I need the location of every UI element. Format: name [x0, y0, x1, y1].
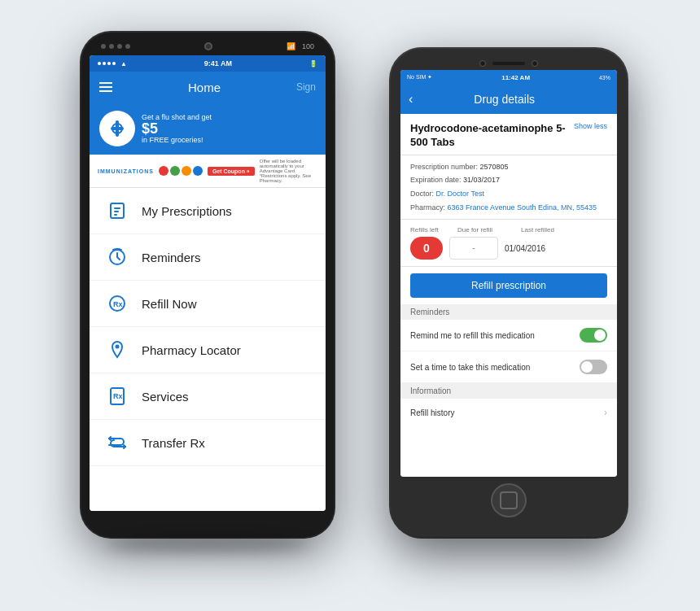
prescription-number-row: Prescription number: 2570805	[410, 162, 607, 172]
refills-count-badge: 0	[410, 237, 443, 260]
information-section-header: Information	[400, 383, 617, 399]
refill-prescription-button[interactable]: Refill prescription	[410, 273, 607, 298]
reminder-item-take: Set a time to take this medication	[400, 351, 617, 383]
wifi-icon: 📶	[287, 42, 295, 50]
reminders-section-header: Reminders	[400, 304, 617, 320]
android-top-hardware: 📶 100	[88, 42, 327, 55]
refill-values: 0 - 01/04/2016	[410, 237, 607, 260]
android-hardware-status: 📶 100	[287, 42, 314, 50]
flu-shot-icon	[99, 111, 135, 146]
promo-logo: IMMUNIZATIONS	[98, 168, 154, 174]
nav-signin: Sign	[296, 81, 316, 93]
expiration-label: Expiration date:	[410, 176, 462, 184]
show-less-link[interactable]: Show less	[574, 122, 607, 130]
android-status-bar: ▲ 9:41 AM 🔋	[90, 55, 326, 72]
menu-label-reminders: Reminders	[142, 251, 201, 264]
doctor-label: Doctor:	[410, 190, 434, 198]
reminder-take-label: Set a time to take this medication	[410, 363, 530, 372]
pharmacy-label: Pharmacy:	[410, 203, 445, 212]
menu-list: My Prescriptions Reminders	[90, 188, 326, 511]
menu-label-prescriptions: My Prescriptions	[142, 204, 232, 218]
coupon-button[interactable]: Get Coupon »	[208, 167, 255, 176]
due-for-refill-value: -	[449, 237, 498, 260]
drug-content: Show less Hydrocodone-acetaminophe 5-500…	[400, 114, 617, 477]
svg-text:Rx: Rx	[113, 392, 123, 400]
menu-item-reminders[interactable]: Reminders	[90, 234, 326, 281]
prescription-number-value: 2570805	[480, 163, 509, 171]
iphone-camera	[479, 60, 486, 67]
promo-disclaimer: Offer will be loaded automatically to yo…	[260, 159, 317, 183]
iphone-screen: No SIM ✦ 11:42 AM 43% ‹ Drug details Sho…	[400, 70, 617, 477]
menu-label-services: Services	[142, 390, 189, 404]
promo-icon-3	[182, 166, 191, 176]
iphone-battery: 43%	[599, 75, 610, 81]
reminder-refill-label: Remind me to refill this medication	[410, 331, 535, 340]
battery-text: 100	[302, 42, 314, 50]
menu-item-prescriptions[interactable]: My Prescriptions	[90, 188, 326, 234]
expiration-value: 31/03/2017	[463, 176, 500, 184]
svg-point-10	[116, 345, 120, 349]
rx-circle-icon: Rx	[106, 292, 129, 315]
banner-line2: $5	[142, 121, 212, 136]
iphone-speaker	[492, 62, 525, 65]
sim-status: No SIM ✦	[407, 74, 432, 81]
signal-dots: ▲	[98, 60, 127, 68]
reminder-refill-toggle[interactable]	[580, 328, 607, 343]
clock-icon	[106, 246, 129, 268]
menu-label-transfer: Transfer Rx	[142, 436, 205, 450]
android-phone: 📶 100 ▲ 9:41 AM 🔋 Home	[81, 33, 334, 537]
prescription-number-label: Prescription number:	[410, 163, 478, 171]
doctor-row: Doctor: Dr. Doctor Test	[410, 189, 607, 199]
menu-item-locator[interactable]: Pharmacy Locator	[90, 327, 326, 373]
iphone-camera-2	[532, 60, 538, 67]
nav-title: Home	[188, 81, 221, 94]
android-dots	[101, 44, 130, 49]
refill-section: Refills left Due for refill Last refille…	[400, 220, 617, 267]
promo-icon-4	[193, 166, 203, 176]
iphone-home-button[interactable]	[491, 483, 527, 517]
drug-info: Prescription number: 2570805 Expiration …	[400, 155, 617, 220]
svg-text:Rx: Rx	[113, 300, 123, 308]
battery-icon: 🔋	[309, 60, 317, 68]
menu-item-services[interactable]: Rx Services	[90, 373, 326, 420]
menu-item-transfer[interactable]: Transfer Rx	[90, 420, 326, 466]
rx-pill-icon	[106, 199, 129, 222]
refill-headers: Refills left Due for refill Last refille…	[410, 226, 607, 233]
promo-icons	[159, 166, 203, 176]
flu-shot-banner[interactable]: Get a flu shot and get $5 in FREE grocer…	[90, 103, 326, 155]
wifi-status-icon: ▲	[120, 60, 127, 68]
android-navbar: Home Sign	[90, 72, 326, 103]
promo-bar: IMMUNIZATIONS Get Coupon » Offer will be…	[90, 155, 326, 188]
iphone-navbar: ‹ Drug details	[400, 85, 617, 114]
status-icons: 🔋	[309, 60, 317, 68]
iphone-time: 11:42 AM	[501, 74, 530, 81]
drug-header: Show less Hydrocodone-acetaminophe 5-500…	[400, 114, 617, 155]
back-button[interactable]: ‹	[409, 92, 413, 107]
banner-text: Get a flu shot and get $5 in FREE grocer…	[142, 113, 212, 144]
refill-history-row[interactable]: Refill history ›	[400, 399, 617, 426]
rx-arrows-icon	[106, 431, 129, 454]
col-refills-left: Refills left	[410, 226, 451, 233]
col-due-for-refill: Due for refill	[457, 226, 514, 233]
promo-icon-1	[159, 166, 168, 176]
location-pin-icon	[106, 338, 129, 361]
menu-label-refill: Refill Now	[142, 297, 197, 311]
iphone-phone: No SIM ✦ 11:42 AM 43% ‹ Drug details Sho…	[391, 49, 627, 537]
status-time: 9:41 AM	[204, 59, 232, 68]
col-last-refilled: Last refilled	[521, 226, 607, 233]
iphone-nav-title: Drug details	[419, 93, 589, 106]
iphone-top-hardware	[397, 60, 620, 67]
reminder-take-toggle[interactable]	[580, 360, 607, 374]
android-screen: ▲ 9:41 AM 🔋 Home Sign	[90, 55, 326, 511]
pharmacy-link[interactable]: 6363 France Avenue South Edina, MN, 5543…	[448, 203, 597, 212]
hamburger-menu[interactable]	[99, 82, 112, 92]
refill-history-label: Refill history	[410, 408, 454, 417]
banner-line3: in FREE groceries!	[142, 136, 212, 144]
last-refilled-date: 01/04/2016	[505, 244, 545, 253]
menu-label-locator: Pharmacy Locator	[142, 343, 241, 357]
menu-item-refill[interactable]: Rx Refill Now	[90, 281, 326, 327]
doctor-link[interactable]: Dr. Doctor Test	[436, 190, 484, 198]
scene: 📶 100 ▲ 9:41 AM 🔋 Home	[0, 0, 700, 611]
expiration-row: Expiration date: 31/03/2017	[410, 175, 607, 185]
rx-badge-icon: Rx	[106, 385, 129, 408]
